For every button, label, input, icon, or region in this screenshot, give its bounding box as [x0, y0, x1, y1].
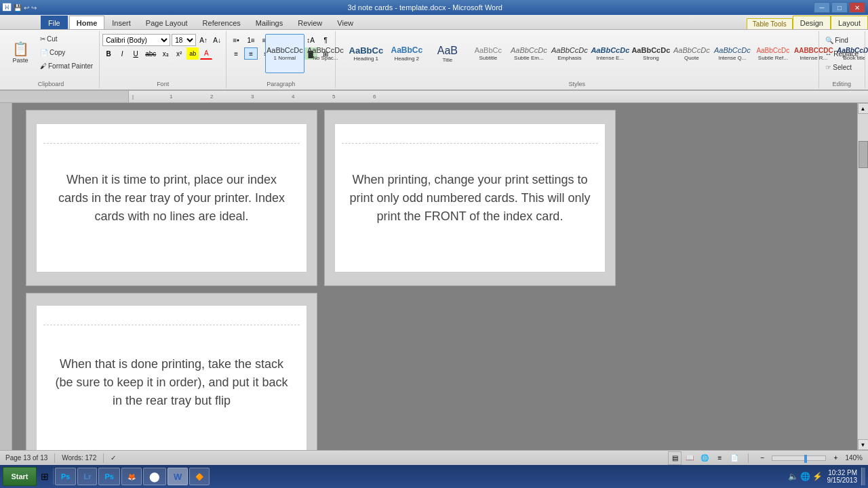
align-center-button[interactable]: ≡ — [244, 47, 258, 60]
index-card-2[interactable]: When printing, change your print setting… — [334, 123, 606, 272]
taskbar-lightroom-icon[interactable]: Lr — [77, 468, 97, 485]
font-row-2: B I U abc x₂ x² ab A — [102, 47, 223, 60]
view-draft[interactable]: 📄 — [728, 451, 741, 465]
style-emphasis[interactable]: AaBbCcDc Emphasis — [550, 34, 589, 73]
start-button[interactable]: Start — [3, 467, 37, 486]
status-bar: Page 13 of 13 Words: 172 ✓ ▤ 📖 🌐 ≡ 📄 − +… — [0, 450, 868, 465]
tab-review[interactable]: Review — [290, 16, 330, 29]
card-1-text: When it is time to print, place our inde… — [50, 171, 293, 226]
table-tools-label: Table Tools — [747, 18, 793, 29]
style-intense-emphasis[interactable]: AaBbCcDc Intense E... — [591, 34, 630, 73]
style-normal[interactable]: AaBbCcDc 1 Normal — [265, 34, 304, 73]
scroll-thumb[interactable] — [859, 141, 868, 168]
bold-button[interactable]: B — [102, 47, 115, 60]
cut-button[interactable]: ✂Cut — [37, 33, 96, 45]
tab-file[interactable]: File — [41, 16, 68, 29]
taskbar-word-icon[interactable]: W — [167, 468, 188, 485]
word-count: Words: 172 — [62, 454, 96, 462]
tab-mailings[interactable]: Mailings — [248, 16, 290, 29]
taskbar-date: 9/15/2013 — [827, 476, 858, 484]
shrink-font-button[interactable]: A↓ — [211, 34, 223, 46]
system-tray: 🔈 🌐 ⚡ — [788, 472, 823, 481]
align-left-button[interactable]: ≡ — [229, 47, 243, 60]
grow-font-button[interactable]: A↑ — [197, 34, 210, 46]
style-intense-quote[interactable]: AaBbCcDc Intense Q... — [713, 34, 752, 73]
tab-view[interactable]: View — [330, 16, 361, 29]
style-heading1[interactable]: AaBbCc Heading 1 — [347, 34, 386, 73]
style-strong[interactable]: AaBbCcDc Strong — [631, 34, 671, 73]
paragraph-label: Paragraph — [267, 79, 295, 88]
status-sep-1 — [54, 453, 55, 463]
card-row-2: When that is done printing, take the sta… — [26, 293, 844, 450]
tab-home[interactable]: Home — [69, 16, 105, 29]
index-card-1[interactable]: When it is time to print, place our inde… — [36, 123, 307, 272]
taskbar-vlc-icon[interactable]: 🔶 — [189, 468, 210, 485]
style-heading2[interactable]: AaBbCc Heading 2 — [387, 34, 427, 73]
zoom-thumb[interactable] — [804, 455, 807, 463]
tab-layout[interactable]: Layout — [831, 16, 868, 29]
doc-area: When it is time to print, place our inde… — [0, 103, 868, 450]
show-desktop-button[interactable] — [861, 468, 865, 485]
view-outline[interactable]: ≡ — [713, 451, 726, 465]
font-size-select[interactable]: 18 — [172, 34, 196, 46]
scroll-down-button[interactable]: ▼ — [858, 439, 869, 450]
tab-design[interactable]: Design — [793, 16, 831, 29]
view-print-layout[interactable]: ▤ — [668, 451, 682, 465]
copy-button[interactable]: 📄Copy — [37, 46, 96, 58]
style-subtitle[interactable]: AaBbCc Subtitle — [469, 34, 508, 73]
tab-insert[interactable]: Insert — [104, 16, 138, 29]
page-indicator: Page 13 of 13 — [5, 454, 47, 462]
editing-group: 🔍 Find ↔ Replace ☞ Select Editing — [819, 31, 865, 88]
index-card-3[interactable]: When that is done printing, take the sta… — [36, 305, 307, 451]
maximize-button[interactable]: □ — [831, 2, 848, 13]
scroll-up-button[interactable]: ▲ — [858, 103, 869, 114]
taskbar-windows-icon[interactable]: ⊞ — [38, 470, 52, 483]
strikethrough-button[interactable]: abc — [143, 47, 158, 60]
zoom-slider[interactable] — [772, 455, 826, 461]
bullets-button[interactable]: ≡• — [229, 34, 243, 46]
style-no-spacing[interactable]: AaBbCcDc No Spac... — [306, 34, 345, 73]
zoom-in-button[interactable]: + — [829, 451, 842, 465]
close-button[interactable]: ✕ — [849, 2, 865, 13]
underline-button[interactable]: U — [130, 47, 142, 60]
view-full-reading[interactable]: 📖 — [683, 451, 696, 465]
taskbar-photoshop2-icon[interactable]: Ps — [98, 468, 119, 485]
text-highlight-button[interactable]: ab — [186, 47, 199, 60]
style-quote[interactable]: AaBbCcDc Quote — [672, 34, 711, 73]
superscript-button[interactable]: x² — [173, 47, 185, 60]
editing-label: Editing — [833, 79, 852, 88]
format-painter-button[interactable]: 🖌Format Painter — [37, 60, 96, 72]
paste-button[interactable]: 📋 Paste — [5, 33, 35, 73]
taskbar-clock: 10:32 PM 9/15/2013 — [827, 469, 858, 484]
view-buttons: ▤ 📖 🌐 ≡ 📄 — [668, 451, 741, 465]
window-controls: ─ □ ✕ — [814, 2, 865, 13]
zoom-level: 140% — [845, 454, 863, 462]
italic-button[interactable]: I — [116, 47, 128, 60]
tab-references[interactable]: References — [195, 16, 248, 29]
view-web-layout[interactable]: 🌐 — [698, 451, 711, 465]
ribbon-tabs: File Home Insert Page Layout References … — [0, 15, 868, 30]
font-name-select[interactable]: Calibri (Body) — [102, 34, 170, 46]
select-button[interactable]: ☞ Select — [822, 61, 862, 73]
zoom-out-button[interactable]: − — [755, 451, 769, 465]
subscript-button[interactable]: x₂ — [159, 47, 172, 60]
style-subtle-emphasis[interactable]: AaBbCcDc Subtle Em... — [509, 34, 549, 73]
find-button[interactable]: 🔍 Find — [822, 34, 862, 46]
font-color-button[interactable]: A — [200, 47, 212, 60]
replace-button[interactable]: ↔ Replace — [822, 47, 862, 60]
style-title[interactable]: AaB Title — [428, 34, 467, 73]
taskbar-chrome-icon[interactable]: ⬤ — [143, 468, 166, 485]
tab-page-layout[interactable]: Page Layout — [138, 16, 195, 29]
minimize-button[interactable]: ─ — [814, 2, 830, 13]
card-page-3: When that is done printing, take the sta… — [26, 293, 317, 450]
app-icon: 🆆 — [3, 3, 11, 12]
title-bar-left: 🆆 💾 ↩ ↪ — [3, 3, 37, 12]
ribbon: 📋 Paste ✂Cut 📄Copy 🖌Format Painter Clipb… — [0, 30, 868, 91]
style-subtle-ref[interactable]: AaBbCcDc Subtle Ref... — [753, 34, 793, 73]
taskbar-firefox-icon[interactable]: 🦊 — [121, 468, 142, 485]
taskbar-photoshop-icon[interactable]: Ps — [55, 468, 76, 485]
numbering-button[interactable]: 1≡ — [244, 34, 258, 46]
card-row-1: When it is time to print, place our inde… — [26, 110, 844, 286]
scroll-track — [858, 114, 869, 439]
quick-access: 💾 ↩ ↪ — [14, 4, 37, 12]
